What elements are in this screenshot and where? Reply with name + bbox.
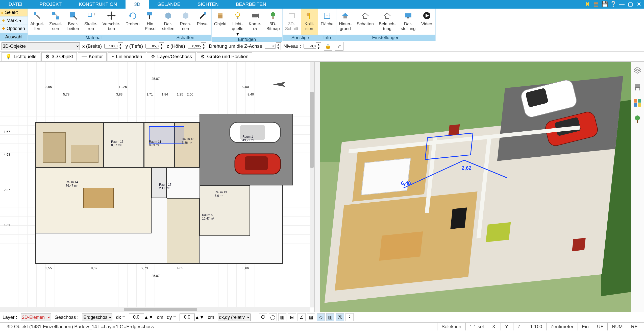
ribbon-lichtquelle[interactable]: Licht- quelle▾: [229, 9, 246, 37]
niveau-input[interactable]: [304, 44, 316, 49]
grid-icon[interactable]: ▦: [278, 313, 286, 321]
palette-icon[interactable]: [633, 99, 642, 108]
y-input[interactable]: [145, 44, 159, 49]
layer-select[interactable]: 2D-Elemen: [21, 314, 51, 321]
z-down[interactable]: ▼: [201, 46, 206, 50]
menu-tab-datei[interactable]: DATEI: [0, 0, 31, 9]
clock-icon[interactable]: ⏱: [259, 313, 267, 321]
compass-icon[interactable]: Ⓝ: [336, 313, 344, 321]
ribbon-objekt[interactable]: Objekt: [212, 9, 229, 37]
ribbon-bearbeiten[interactable]: Bear- beiten: [65, 9, 82, 35]
menu-tab-gelaende[interactable]: GELÄNDE: [149, 0, 189, 9]
ribbon-beleuchtung[interactable]: Beleuch- tung: [376, 9, 398, 35]
wire-icon[interactable]: ▥: [326, 313, 334, 321]
hatch-icon[interactable]: ▨: [307, 313, 315, 321]
btn-layer[interactable]: ⚙Layer/Geschoss: [147, 52, 196, 61]
ribbon-verschieben[interactable]: Verschie- ben: [100, 9, 123, 35]
svg-rect-19: [237, 17, 238, 19]
object-type-select[interactable]: 3D-Objekte: [2, 42, 80, 50]
angle-icon[interactable]: ∠: [298, 313, 306, 321]
z-input[interactable]: [188, 44, 201, 49]
btn-kontur[interactable]: —Kontur: [78, 52, 107, 61]
dim: 8,62: [91, 266, 97, 270]
niv-down[interactable]: ▼: [316, 46, 321, 50]
ribbon-darstellen[interactable]: Dar- stellen: [159, 9, 177, 35]
y-down[interactable]: ▼: [159, 46, 164, 50]
btn-groesse[interactable]: ⚙Größe und Position: [197, 52, 252, 61]
ribbon-zuweisen[interactable]: Zuwei- sen: [47, 9, 65, 35]
mark-button[interactable]: ✦ Mark. ▾: [0, 17, 28, 25]
rotation-input[interactable]: [265, 44, 276, 49]
layers-icon[interactable]: [633, 66, 642, 75]
expand-icon[interactable]: ⤢: [335, 42, 343, 51]
menu-tab-projekt[interactable]: PROJEKT: [31, 0, 70, 9]
rot-up[interactable]: ▲: [276, 43, 281, 46]
circle-icon[interactable]: ◯: [269, 313, 277, 321]
snap-icon[interactable]: ⊞: [288, 313, 296, 321]
ribbon-rechnen[interactable]: Rech- nen: [177, 9, 194, 35]
btn-lichtquelle[interactable]: 💡Lichtquelle: [2, 52, 40, 61]
svg-rect-0: [34, 12, 36, 15]
ribbon-abgreifen[interactable]: Abgrei- fen: [28, 9, 47, 35]
table-2d: [83, 188, 114, 208]
window-close[interactable]: ✕: [635, 1, 642, 8]
more-icon[interactable]: ⋮: [345, 313, 354, 321]
menu-tab-3d[interactable]: 3D: [126, 0, 149, 9]
geschoss-select[interactable]: Erdgeschos: [82, 314, 112, 321]
2d-scrollbar-v[interactable]: [310, 62, 314, 307]
ribbon-darstellung[interactable]: Dar- stellung: [398, 9, 418, 35]
ribbon-pinsel[interactable]: Pinsel: [194, 9, 211, 35]
2d-scrollbar-h[interactable]: [0, 307, 310, 312]
clipboard-icon[interactable]: ▤: [592, 1, 600, 8]
ribbon-schatten-set[interactable]: Schatten: [354, 9, 376, 35]
ribbon-hinpinsel[interactable]: Hin. Pinsel: [142, 9, 159, 35]
ribbon-kamera[interactable]: Kame- ra: [246, 9, 264, 37]
dim: 3,83: [116, 92, 122, 96]
shade-icon[interactable]: ◇: [317, 313, 325, 321]
ribbon-video[interactable]: Video: [418, 9, 435, 35]
relativ-select[interactable]: dx,dy (relativ ka: [218, 314, 251, 321]
2d-floorplan-pane[interactable]: 25,07 3,55 12,25 9,00 5,78 3,83 1,71 1,8…: [0, 62, 315, 312]
dx-unit: cm: [157, 315, 163, 320]
rot-down[interactable]: ▼: [276, 46, 281, 50]
ribbon-3dschnitt[interactable]: 3D- Schnitt: [283, 9, 301, 35]
x-input[interactable]: [104, 44, 118, 49]
chair-icon[interactable]: [633, 82, 642, 91]
window-restore[interactable]: ▢: [627, 1, 634, 8]
optionen-button[interactable]: ✚ Optionen: [0, 25, 28, 33]
z-up[interactable]: ▲: [201, 43, 206, 46]
dx-input[interactable]: [129, 314, 144, 321]
niv-up[interactable]: ▲: [316, 43, 321, 46]
ribbon-skalieren[interactable]: Skalie- ren: [82, 9, 100, 35]
help-icon[interactable]: ❔: [610, 1, 617, 8]
dy-unit: cm: [208, 315, 214, 320]
x-up[interactable]: ▲: [118, 43, 123, 46]
svg-marker-6: [110, 11, 112, 13]
y-up[interactable]: ▲: [159, 43, 164, 46]
lock-icon[interactable]: 🔒: [324, 42, 332, 51]
svg-marker-9: [114, 15, 116, 17]
ribbon-3dbitmap[interactable]: 3D- Bitmap: [264, 9, 282, 37]
menu-tab-sichten[interactable]: SICHTEN: [189, 0, 227, 9]
dy-input[interactable]: [180, 314, 195, 321]
svg-rect-2: [52, 12, 55, 15]
window-minimize[interactable]: —: [618, 1, 625, 8]
3d-view-pane[interactable]: 6,48 2,62: [320, 62, 631, 312]
table-3d: [379, 231, 423, 261]
menu-tab-bearbeiten[interactable]: BEARBEITEN: [227, 0, 275, 9]
x-down[interactable]: ▼: [118, 46, 123, 50]
svg-marker-21: [257, 13, 259, 18]
btn-3dobjekt[interactable]: ⚙3D Objekt: [41, 52, 77, 61]
ribbon-flaeche[interactable]: m²Fläche: [318, 9, 336, 35]
ribbon-kollision[interactable]: Kolli- sion: [301, 9, 318, 35]
ribbon-drehen[interactable]: Drehen: [123, 9, 142, 35]
tree-icon[interactable]: [633, 115, 642, 124]
selekt-button[interactable]: ▹ Selekt: [0, 9, 28, 17]
measure-lines: [396, 150, 522, 201]
menu-tab-konstruktion[interactable]: KONSTRUKTION: [70, 0, 126, 9]
btn-linienenden[interactable]: ⊦Linienenden: [108, 52, 146, 61]
save-icon[interactable]: 💾: [601, 1, 608, 8]
tools-icon[interactable]: ✖: [584, 1, 591, 8]
ribbon-hintergrund[interactable]: Hinter- grund: [336, 9, 354, 35]
svg-rect-32: [363, 16, 367, 18]
